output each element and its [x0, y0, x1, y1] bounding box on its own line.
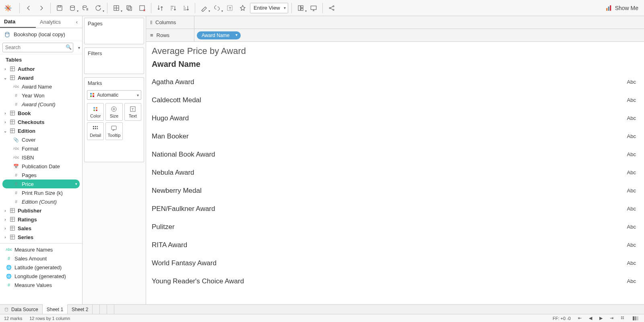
text-button[interactable]: T [224, 2, 235, 14]
table-award[interactable]: ⌄Award [0, 73, 82, 82]
pause-button[interactable] [80, 2, 91, 14]
pages-shelf[interactable]: Pages [84, 18, 144, 44]
pin-button[interactable] [237, 2, 248, 14]
marks-text[interactable]: TText [124, 103, 141, 121]
viz-row[interactable]: Man BookerAbc [146, 127, 644, 145]
viz-area: ⦀Columns ≡Rows Award Name Average Price … [146, 16, 644, 304]
marks-size[interactable]: Size [105, 103, 122, 121]
marks-detail[interactable]: Detail [87, 122, 104, 140]
share-button[interactable] [326, 2, 337, 14]
table-ratings[interactable]: ›Ratings [0, 215, 82, 224]
filters-shelf[interactable]: Filters [84, 47, 144, 74]
field-price[interactable]: #Price▾ [2, 180, 80, 188]
field-edition-count-[interactable]: #Edition (Count) [0, 197, 82, 206]
field-year-won[interactable]: #Year Won [0, 91, 82, 100]
tab-data[interactable]: Data [0, 16, 36, 28]
measure-latitude-generated-[interactable]: 🌐Latitude (generated) [0, 263, 82, 272]
field-format[interactable]: AbcFormat [0, 144, 82, 153]
fit-dropdown[interactable]: Entire View [250, 3, 288, 13]
field-cover[interactable]: 📎Cover [0, 135, 82, 144]
duplicate-button[interactable] [124, 2, 135, 14]
sort-desc-button[interactable] [180, 2, 192, 14]
measure-sales-amount[interactable]: #Sales Amount [0, 254, 82, 263]
back-button[interactable] [23, 2, 34, 14]
table-author[interactable]: ›Author [0, 64, 82, 73]
tab-sheet-2[interactable]: Sheet 2 [68, 305, 93, 314]
new-worksheet-button[interactable]: ▾ [111, 2, 122, 14]
rows-pill-award-name[interactable]: Award Name [197, 31, 241, 39]
field-isbn[interactable]: AbcISBN [0, 153, 82, 162]
field-print-run-size-k-[interactable]: #Print Run Size (k) [0, 188, 82, 197]
sort-asc-button[interactable] [167, 2, 179, 14]
svg-rect-27 [301, 6, 303, 8]
measure-longitude-generated-[interactable]: 🌐Longitude (generated) [0, 272, 82, 281]
viz-row[interactable]: Caldecott MedalAbc [146, 91, 644, 109]
table-checkouts[interactable]: ›Checkouts [0, 118, 82, 126]
mark-type-dropdown[interactable]: Automatic [87, 90, 141, 100]
highlight-button[interactable]: ▾ [198, 2, 210, 14]
field-award-count-[interactable]: #Award (Count) [0, 100, 82, 109]
new-dashboard-button[interactable] [100, 305, 107, 314]
viz-row[interactable]: World Fantasy AwardAbc [146, 254, 644, 272]
svg-rect-28 [301, 8, 303, 10]
save-button[interactable] [54, 2, 65, 14]
status-grid-icon[interactable] [621, 316, 625, 321]
rows-shelf[interactable]: ≡Rows Award Name [146, 29, 644, 42]
field-publication-date[interactable]: 📅Publication Date [0, 162, 82, 171]
viz-row[interactable]: RITA AwardAbc [146, 236, 644, 254]
status-bar: 12 marks 12 rows by 1 column FF: +0 -0 ⇤… [0, 314, 644, 322]
viz-row[interactable]: Young Reader's Choice AwardAbc [146, 272, 644, 290]
tab-sheet-1[interactable]: Sheet 1 [43, 304, 68, 314]
status-bars-icon[interactable] [633, 316, 640, 320]
new-sheet-button[interactable] [93, 305, 100, 314]
viz-row[interactable]: National Book AwardAbc [146, 145, 644, 163]
svg-rect-50 [10, 111, 15, 116]
group-button[interactable]: ▾ [211, 2, 223, 14]
show-me-button[interactable]: Show Me [602, 4, 642, 12]
viz-row[interactable]: Newberry MedalAbc [146, 182, 644, 200]
status-nav-last[interactable]: ⇥ [610, 316, 613, 321]
status-nav-first[interactable]: ⇤ [578, 316, 582, 321]
measure-measure-values[interactable]: #Measure Values [0, 281, 82, 289]
tooltip-icon [111, 125, 117, 132]
viz-row[interactable]: Hugo AwardAbc [146, 109, 644, 127]
viz-row[interactable]: PulitzerAbc [146, 218, 644, 236]
viz-row[interactable]: Agatha AwardAbc [146, 73, 644, 91]
presentation-button[interactable] [308, 2, 319, 14]
data-pane: Data Analytics ‹ Bookshop (local copy) 🔍… [0, 16, 83, 304]
swap-button[interactable] [155, 2, 166, 14]
tab-data-source[interactable]: Data Source [0, 305, 43, 314]
new-datasource-button[interactable]: ▾ [67, 2, 78, 14]
collapse-pane-button[interactable]: ‹ [72, 16, 82, 28]
table-book[interactable]: ›Book [0, 109, 82, 118]
table-sales[interactable]: ›Sales [0, 224, 82, 233]
table-series[interactable]: ›Series [0, 233, 82, 242]
viz-row[interactable]: PEN/Faulkner AwardAbc [146, 200, 644, 218]
columns-shelf[interactable]: ⦀Columns [146, 16, 644, 29]
table-publisher[interactable]: ›Publisher [0, 206, 82, 215]
show-cards-button[interactable]: ▾ [295, 2, 306, 14]
datasource-icon [4, 31, 10, 38]
rows-icon: ≡ [150, 32, 153, 38]
refresh-button[interactable]: ▾ [93, 2, 104, 14]
clear-button[interactable] [136, 2, 148, 14]
datasource-row[interactable]: Bookshop (local copy) [0, 28, 82, 41]
measure-measure-names[interactable]: AbcMeasure Names [0, 245, 82, 254]
chevron-down-icon[interactable]: ▾ [78, 45, 80, 50]
table-edition[interactable]: ⌄Edition [0, 126, 82, 135]
search-input[interactable] [2, 43, 73, 52]
svg-rect-74 [93, 95, 94, 97]
viz-row[interactable]: Nebula AwardAbc [146, 163, 644, 182]
marks-color[interactable]: Color [87, 103, 104, 121]
status-nav-next[interactable]: ▶ [599, 316, 603, 321]
color-icon [92, 106, 99, 112]
forward-button[interactable] [36, 2, 47, 14]
status-nav-prev[interactable]: ◀ [589, 316, 592, 321]
marks-tooltip[interactable]: Tooltip [105, 122, 122, 140]
viz-title[interactable]: Average Price by Award [146, 42, 644, 59]
new-story-button[interactable] [107, 305, 114, 314]
svg-point-6 [70, 6, 75, 8]
tab-analytics[interactable]: Analytics [36, 16, 72, 28]
field-pages[interactable]: #Pages [0, 171, 82, 180]
field-award-name[interactable]: AbcAward Name [0, 82, 82, 91]
